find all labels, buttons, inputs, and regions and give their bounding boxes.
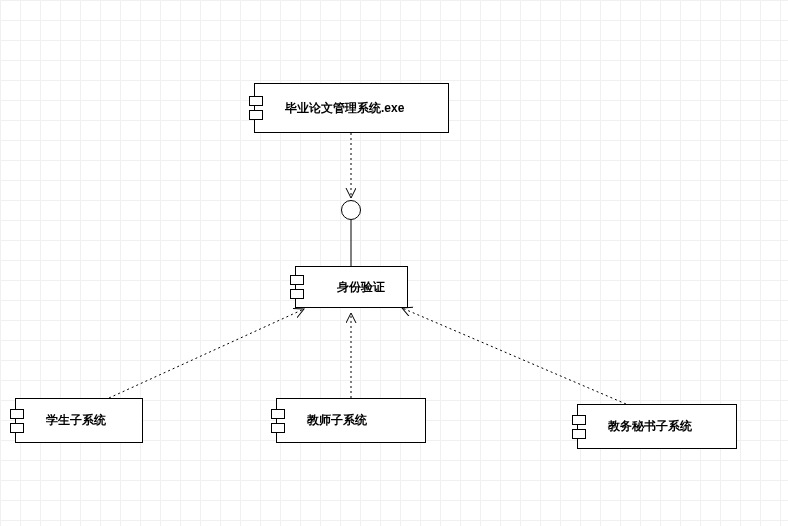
component-label: 教务秘书子系统 [608,418,692,435]
component-label: 学生子系统 [46,412,106,429]
component-student[interactable]: 学生子系统 [15,398,143,443]
component-secretary[interactable]: 教务秘书子系统 [577,404,737,449]
component-label: 身份验证 [337,279,385,296]
component-main[interactable]: 毕业论文管理系统.exe [254,83,449,133]
component-label: 教师子系统 [307,412,367,429]
component-auth[interactable]: 身份验证 [295,266,408,308]
component-icon [249,96,261,120]
component-icon [572,415,584,439]
component-label: 毕业论文管理系统.exe [285,100,404,117]
component-teacher[interactable]: 教师子系统 [276,398,426,443]
component-icon [10,409,22,433]
component-icon [290,275,302,299]
interface-circle[interactable] [341,200,361,220]
component-icon [271,409,283,433]
